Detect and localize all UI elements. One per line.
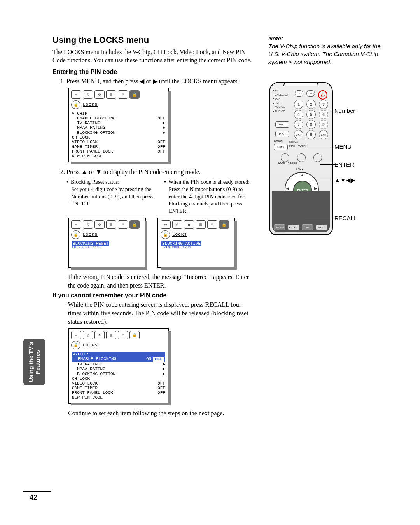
osd-tab-icon: ✿	[94, 90, 105, 99]
osd-tab-icon: ◎	[83, 331, 93, 339]
section-tab: Using the TV'sFeatures	[23, 339, 45, 385]
osd-title: LOCKS	[83, 102, 98, 107]
remote-illustration: TV CABLE/SAT VCR DVD AUDIO1 AUDIO2 LIGHT…	[269, 82, 333, 235]
callout-enter: ENTER	[334, 161, 354, 168]
section-heading: Entering the PIN code	[52, 68, 255, 76]
num-btn: 4	[294, 110, 303, 119]
lock-icon: 🔒	[130, 220, 140, 229]
num-btn: 6	[319, 110, 328, 119]
remote-btn	[281, 153, 289, 162]
device-label: TV	[273, 89, 289, 93]
label: MUTE P.B.SIZE	[278, 162, 297, 164]
remote-btn	[297, 153, 306, 162]
num-btn: 0	[306, 130, 316, 139]
page-title: Using the LOCKS menu	[52, 35, 255, 45]
osd-tab-icon: ⌨	[207, 220, 217, 229]
bullet-body: Set your 4-digit code by pressing the Nu…	[66, 186, 157, 208]
device-label: AUDIO2	[273, 109, 289, 114]
remote-btn: SLEEP	[306, 90, 315, 97]
input-btn: INPUT	[275, 131, 289, 137]
mode-btn: MODE	[275, 121, 289, 128]
lock-icon: 🔒	[130, 331, 140, 339]
osd-tab-icon: ◎	[172, 220, 182, 229]
remote-btn: MUTE	[316, 224, 327, 230]
lock-icon: 🔒	[161, 230, 170, 239]
osd-blocking-active: ▭ ◎ ✿ ▥ ⌨ 🔒 🔒 LOCKS BLOCKING ACTIVE ↳PIN…	[158, 218, 235, 268]
page-rule	[23, 491, 51, 492]
menu-btn: MENU	[274, 144, 288, 150]
label: SLOW/DIR SKIP/SEARCH	[275, 232, 310, 234]
label: FAV▲	[296, 167, 304, 170]
down-arrow-icon: ▼	[96, 169, 102, 175]
section-heading: If you cannot remember your PIN code	[52, 292, 255, 299]
right-arrow-icon: ▶	[153, 78, 158, 84]
bullet-head: When the PIN code is already stored:	[168, 179, 250, 186]
lock-icon: 🔒	[219, 220, 229, 229]
lock-icon: 🔒	[71, 100, 80, 109]
callout-recall: RECALL	[334, 215, 357, 221]
up-arrow-icon: ▲	[81, 169, 88, 175]
power-icon: ⏻	[318, 90, 327, 100]
osd-tab-icon: ✿	[184, 220, 194, 229]
label: RECALL	[289, 141, 298, 143]
lock-icon: 🔒	[130, 90, 140, 99]
osd-tab-icon: ◎	[83, 220, 93, 229]
num-btn: 7	[294, 120, 303, 129]
osd-tab-icon: ⌨	[118, 220, 128, 229]
num-btn: 9	[319, 120, 328, 129]
osd-tab-icon: ⌨	[118, 90, 128, 99]
osd-locks-menu: ▭ ◎ ✿ ▥ ⌨ 🔒 🔒 LOCKS V-CHIP ENABLE BLOCKI…	[68, 88, 169, 162]
step-1: 1. Press MENU, and then press ◀ or ▶ unt…	[60, 77, 255, 86]
bullet-head: Blocking Reset status:	[71, 179, 119, 186]
callout-number: Number	[334, 107, 355, 114]
remote-btn	[313, 153, 322, 162]
remote-btn: LIGHT	[295, 90, 303, 97]
step-2: 2. Press ▲ or ▼ to display the PIN code …	[60, 168, 255, 176]
osd-tab-icon: ▥	[106, 220, 116, 229]
page-number: 42	[30, 493, 37, 502]
device-label: DVD	[273, 101, 289, 105]
osd-tab-icon: ✿	[94, 331, 105, 339]
recall-btn: 100/RTN	[274, 224, 285, 230]
osd-tab-icon: ▥	[106, 331, 116, 339]
osd-tab-icon: ✿	[94, 220, 105, 229]
osd-blocking-reset: ▭ ◎ ✿ ▥ ⌨ 🔒 🔒 LOCKS BLOCKING RESET ↳PIN …	[68, 218, 146, 268]
callout-arrows: ▲▼◀▶	[334, 177, 355, 184]
device-label: VCR	[273, 97, 289, 101]
remote-btn: ENT	[319, 130, 328, 139]
note-heading: Note:	[268, 35, 385, 42]
continue-text: Continue to set each item following the …	[68, 409, 255, 418]
osd-locks-menu-reset: ▭ ◎ ✿ ▥ ⌨ 🔒 🔒 LOCKS V-CHIP ENABLE BLOCKI…	[68, 328, 169, 404]
osd-tab-icon: ▥	[196, 220, 206, 229]
osd-tab-icon: ▭	[71, 331, 81, 339]
forgot-body: While the PIN code entering screen is di…	[68, 300, 255, 326]
osd-tab-icon: ▭	[161, 220, 171, 229]
osd-tab-icon: ▭	[71, 90, 81, 99]
num-btn: 5	[306, 110, 316, 119]
label: ACTION	[274, 140, 283, 142]
num-btn: 1	[294, 100, 303, 109]
device-label: AUDIO1	[273, 105, 289, 109]
wrong-pin-text: If the wrong PIN code is entered, the me…	[68, 273, 255, 290]
recall-btn: RECALL	[288, 224, 299, 230]
callout-menu: MENU	[334, 143, 352, 150]
osd-tab-icon: ▭	[71, 220, 81, 229]
remote-btn: CAP	[294, 130, 303, 139]
intro-text: The LOCKS menu includes the V-Chip, CH L…	[52, 48, 255, 65]
left-arrow-icon: ◀	[140, 78, 144, 84]
remote-btn: LAST	[302, 224, 313, 230]
lock-icon: 🔒	[71, 341, 80, 349]
sub-bullets: •Blocking Reset status: Set your 4-digit…	[66, 179, 255, 215]
device-label: CABLE/SAT	[273, 93, 289, 97]
num-btn: 8	[306, 120, 316, 129]
lock-icon: 🔒	[71, 230, 80, 239]
num-btn: 3	[319, 100, 328, 109]
osd-tab-icon: ▥	[106, 90, 116, 99]
num-btn: 2	[306, 100, 316, 109]
osd-tab-icon: ⌨	[118, 331, 128, 339]
osd-tab-icon: ◎	[83, 90, 93, 99]
bullet-body: Press the Number buttons (0-9) to enter …	[164, 186, 255, 216]
note-body: The V-Chip function is available only fo…	[268, 42, 385, 66]
